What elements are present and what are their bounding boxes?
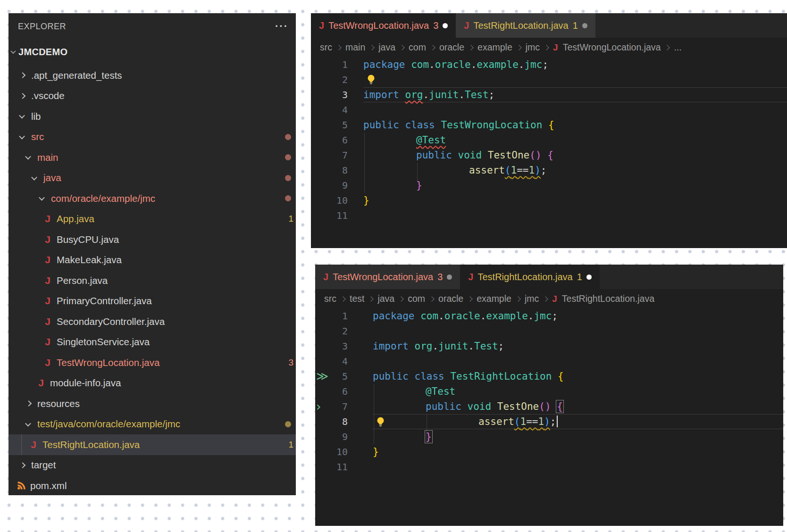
- code-line-1[interactable]: 1package com.oracle.example.jmc;: [315, 308, 783, 324]
- line-number: 7›: [315, 399, 373, 414]
- token: .: [468, 341, 474, 352]
- code-line-content: public void TestOne() {: [363, 148, 787, 163]
- tree-item-label: TestWrongLocation.java: [57, 357, 159, 368]
- breadcrumb-item[interactable]: java: [377, 293, 394, 304]
- code-line-8[interactable]: 8assert(1==1);: [311, 163, 787, 178]
- line-number: 11: [311, 208, 363, 223]
- tree-item-testrightlocation-java[interactable]: JTestRightLocation.java1: [8, 434, 296, 455]
- tree-item-com-oracle-example-jmc[interactable]: com/oracle/example/jmc: [8, 188, 296, 209]
- token: ;: [498, 341, 504, 352]
- tree-item-test-java-com-oracle-example-jmc[interactable]: test/java/com/oracle/example/jmc: [8, 414, 296, 435]
- tree-item-label: java: [43, 172, 61, 183]
- code-line-2[interactable]: 2: [315, 324, 783, 339]
- tree-item-module-info-java[interactable]: Jmodule-info.java: [8, 373, 296, 394]
- breadcrumb-item[interactable]: example: [477, 42, 512, 53]
- tree-item-src[interactable]: src: [8, 127, 296, 148]
- breadcrumb-item[interactable]: main: [345, 42, 365, 53]
- token: ): [535, 165, 541, 176]
- breadcrumb-file[interactable]: TestRightLocation.java: [562, 293, 654, 304]
- tree-item-testwronglocation-java[interactable]: JTestWrongLocation.java3: [8, 352, 296, 373]
- tree-item-target[interactable]: target: [8, 455, 296, 476]
- code-line-11[interactable]: 11: [315, 459, 783, 474]
- code-editor[interactable]: 1package com.oracle.example.jmc;23import…: [311, 57, 787, 223]
- code-line-3[interactable]: 3import org.junit.Test;: [315, 339, 783, 354]
- explorer-more-actions-icon[interactable]: ···: [275, 24, 288, 29]
- code-line-4[interactable]: 4: [315, 354, 783, 369]
- tree-item-vscode[interactable]: .vscode: [8, 86, 296, 107]
- breadcrumb-item[interactable]: src: [320, 42, 332, 53]
- code-line-1[interactable]: 1package com.oracle.example.jmc;: [311, 57, 787, 72]
- tree-item-makeleak-java[interactable]: JMakeLeak.java: [8, 250, 296, 271]
- breadcrumb-item[interactable]: test: [350, 293, 364, 304]
- breadcrumb-item[interactable]: com: [408, 293, 425, 304]
- run-class-tests-icon[interactable]: ≫: [316, 369, 328, 384]
- unsaved-dot-icon[interactable]: [443, 23, 448, 28]
- code-line-6[interactable]: 6@Test: [311, 133, 787, 148]
- token: .: [423, 89, 429, 100]
- token: import: [363, 89, 399, 100]
- breadcrumb-item[interactable]: jmc: [525, 293, 539, 304]
- unsaved-dot-icon[interactable]: [582, 23, 587, 28]
- code-line-9[interactable]: 9}: [315, 429, 783, 444]
- code-line-7[interactable]: 7public void TestOne() {: [311, 148, 787, 163]
- breadcrumb-file[interactable]: TestWrongLocation.java: [563, 42, 661, 53]
- code-line-3[interactable]: 3import org.junit.Test;: [311, 87, 787, 102]
- lightbulb-icon[interactable]: [375, 416, 386, 427]
- code-line-5[interactable]: 5≫public class TestRightLocation {: [315, 369, 783, 384]
- tab-testrightlocation-java[interactable]: JTestRightLocation.java1: [456, 13, 595, 38]
- tree-item-label: .apt_generated_tests: [31, 70, 122, 81]
- tree-item-apt-generated-tests[interactable]: .apt_generated_tests: [8, 65, 296, 86]
- xml-file-icon: [15, 481, 27, 490]
- lightbulb-icon[interactable]: [366, 74, 377, 85]
- code-editor[interactable]: 1package com.oracle.example.jmc;23import…: [315, 308, 783, 474]
- tab-testwronglocation-java[interactable]: JTestWrongLocation.java3: [311, 13, 456, 38]
- breadcrumb-item[interactable]: com: [409, 42, 426, 53]
- run-test-icon[interactable]: ›: [316, 399, 321, 414]
- unsaved-dot-icon[interactable]: [586, 274, 592, 280]
- token: [482, 150, 488, 161]
- code-line-content: import org.junit.Test;: [373, 339, 783, 354]
- tree-item-resources[interactable]: resources: [8, 393, 296, 414]
- tree-item-java[interactable]: java: [8, 168, 296, 189]
- tree-item-person-java[interactable]: JPerson.java: [8, 270, 296, 291]
- tree-item-secondarycontroller-java[interactable]: JSecondaryController.java: [8, 311, 296, 332]
- code-line-8[interactable]: 8assert(1==1);: [315, 414, 783, 429]
- token: assert: [478, 416, 514, 427]
- code-line-5[interactable]: 5public class TestWrongLocation {: [311, 117, 787, 133]
- breadcrumb-item[interactable]: oracle: [439, 42, 464, 53]
- line-number: 9: [311, 178, 363, 193]
- tree-item-app-java[interactable]: JApp.java1: [8, 209, 296, 230]
- unsaved-dot-icon[interactable]: [447, 274, 452, 280]
- code-line-10[interactable]: 10}: [315, 444, 783, 459]
- code-line-6[interactable]: 6@Test: [315, 384, 783, 399]
- breadcrumb-item[interactable]: src: [324, 293, 336, 304]
- problems-count-badge: 1: [288, 440, 293, 450]
- tree-item-pom-xml[interactable]: pom.xml: [8, 475, 296, 496]
- code-line-9[interactable]: 9}: [311, 178, 787, 193]
- breadcrumb-item[interactable]: example: [477, 293, 511, 304]
- tab-testrightlocation-java[interactable]: JTestRightLocation.java1: [460, 265, 599, 289]
- breadcrumb-chevron-icon: [430, 45, 435, 50]
- breadcrumb-symbols-ellipsis[interactable]: ...: [674, 42, 681, 53]
- code-line-content: }: [373, 444, 783, 459]
- breadcrumb-item[interactable]: java: [378, 42, 395, 53]
- tree-item-primarycontroller-java[interactable]: JPrimaryController.java: [8, 291, 296, 312]
- breadcrumb-chevron-icon: [516, 45, 521, 50]
- code-line-content: [363, 208, 787, 223]
- tree-item-busycpu-java[interactable]: JBusyCPU.java: [8, 229, 296, 250]
- code-line-10[interactable]: 10}: [311, 193, 787, 208]
- code-line-7[interactable]: 7›public void TestOne() {: [315, 399, 783, 414]
- code-line-11[interactable]: 11: [311, 208, 787, 223]
- workspace-root-row[interactable]: JMCDEMO: [8, 42, 296, 62]
- code-line-2[interactable]: 2: [311, 72, 787, 87]
- breadcrumb-item[interactable]: oracle: [438, 293, 463, 304]
- tree-item-main[interactable]: main: [8, 147, 296, 168]
- token: 1: [538, 416, 544, 427]
- tree-item-singletonservice-java[interactable]: JSingletonService.java: [8, 332, 296, 353]
- token: [415, 310, 421, 322]
- tab-testwronglocation-java[interactable]: JTestWrongLocation.java3: [315, 265, 460, 289]
- tree-item-lib[interactable]: lib: [8, 106, 296, 127]
- code-line-content: [363, 72, 787, 87]
- code-line-4[interactable]: 4: [311, 102, 787, 117]
- breadcrumb-item[interactable]: jmc: [526, 42, 540, 53]
